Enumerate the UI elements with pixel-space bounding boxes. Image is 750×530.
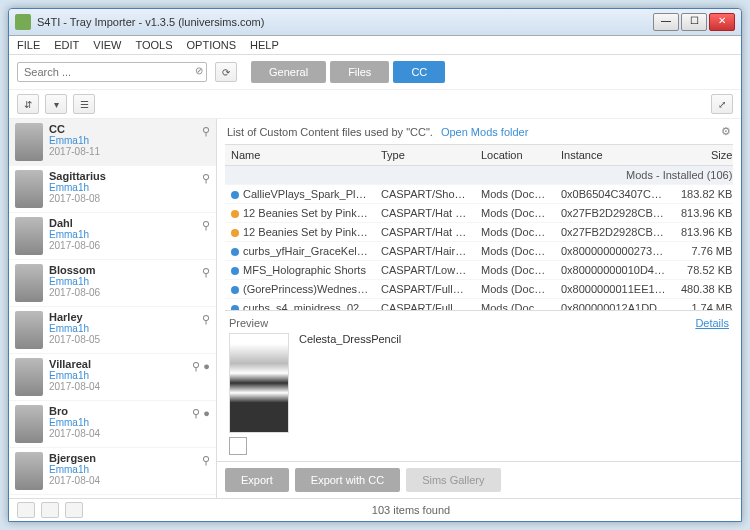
sidebar-item-date: 2017-08-11 [49,146,210,157]
table-row[interactable]: 12 Beanies Set by Pinkzombie CASPART/Hat… [225,223,733,242]
filter-icon[interactable]: ▾ [45,94,67,114]
sort-az-icon[interactable]: ⇵ [17,94,39,114]
sidebar-item-date: 2017-08-05 [49,334,210,345]
table-row[interactable]: (GorePrincess)WednesdayDress CASPART/Ful… [225,280,733,299]
status-icon-2[interactable] [41,502,59,518]
sidebar-item-title: Dahl [49,217,210,229]
menu-view[interactable]: VIEW [93,39,121,51]
sidebar-item-date: 2017-08-08 [49,193,210,204]
menu-tools[interactable]: TOOLS [135,39,172,51]
status-icon-1[interactable] [17,502,35,518]
sims-gallery-button[interactable]: Sims Gallery [406,468,500,492]
table-row[interactable]: MFS_Holographic Shorts CASPART/LowerBo..… [225,261,733,280]
status-count: 103 items found [89,504,733,516]
sidebar-item-user: Emma1h [49,370,210,381]
col-name[interactable]: Name [225,145,375,166]
top-toolbar: ⊘ ⟳ General Files CC [9,55,741,90]
status-dot-icon [231,210,239,218]
sidebar-item-date: 2017-08-06 [49,240,210,251]
sidebar-item-flags: ⚲ [202,219,210,232]
avatar [15,405,43,443]
sidebar-item-user: Emma1h [49,276,210,287]
sidebar-item-flags: ⚲ [202,172,210,185]
sidebar-item-title: Bjergsen [49,452,210,464]
tab-cc[interactable]: CC [393,61,445,83]
col-location[interactable]: Location [475,145,555,166]
titlebar[interactable]: S4TI - Tray Importer - v1.3.5 (luniversi… [9,9,741,36]
sidebar-item[interactable]: Bjergsen Emma1h 2017-08-04 ⚲ [9,448,216,495]
cc-table[interactable]: Name Type Location Instance Size Mods - … [225,144,733,310]
table-row[interactable]: curbs_yfHair_GraceKelly01 CASPART/Hair (… [225,242,733,261]
sidebar-item[interactable]: Blossom Emma1h 2017-08-06 ⚲ [9,260,216,307]
sidebar-item-flags: ⚲ [202,266,210,279]
statusbar: 103 items found [9,498,741,521]
view-icon[interactable]: ☰ [73,94,95,114]
minimize-button[interactable]: — [653,13,679,31]
status-dot-icon [231,229,239,237]
search-clear-icon[interactable]: ⊘ [195,65,203,76]
sidebar-item-user: Emma1h [49,417,210,428]
sidebar-item-user: Emma1h [49,135,210,146]
sidebar-item[interactable]: Villareal [9,495,216,498]
list-description: List of Custom Content files used by "CC… [227,126,433,138]
preview-panel: Preview Details Celesta_DressPencil [225,310,733,461]
col-type[interactable]: Type [375,145,475,166]
menu-help[interactable]: HELP [250,39,279,51]
group-header[interactable]: Mods - Installed (106) [225,166,733,185]
avatar [15,311,43,349]
sidebar-item-date: 2017-08-06 [49,287,210,298]
color-swatch[interactable] [229,437,247,455]
preview-label: Preview [229,317,268,329]
sidebar-item[interactable]: Dahl Emma1h 2017-08-06 ⚲ [9,213,216,260]
maximize-button[interactable]: ☐ [681,13,707,31]
menubar: FILE EDIT VIEW TOOLS OPTIONS HELP [9,36,741,55]
status-icon-3[interactable] [65,502,83,518]
sidebar-item[interactable]: Bro Emma1h 2017-08-04 ⚲ ● [9,401,216,448]
sidebar-item-flags: ⚲ [202,125,210,138]
sidebar-item-date: 2017-08-04 [49,428,210,439]
col-instance[interactable]: Instance [555,145,675,166]
status-dot-icon [231,191,239,199]
avatar [15,452,43,490]
main-panel: List of Custom Content files used by "CC… [217,119,741,498]
menu-options[interactable]: OPTIONS [187,39,237,51]
sidebar-item[interactable]: Villareal Emma1h 2017-08-04 ⚲ ● [9,354,216,401]
close-button[interactable]: ✕ [709,13,735,31]
status-dot-icon [231,267,239,275]
table-row[interactable]: 12 Beanies Set by Pinkzombie (1) CASPART… [225,204,733,223]
sidebar-item-date: 2017-08-04 [49,381,210,392]
avatar [15,358,43,396]
sidebar-item-title: Harley [49,311,210,323]
export-with-cc-button[interactable]: Export with CC [295,468,400,492]
tab-files[interactable]: Files [330,61,389,83]
sidebar-item-flags: ⚲ ● [192,407,210,420]
app-icon [15,14,31,30]
sidebar-item-title: Villareal [49,358,210,370]
details-link[interactable]: Details [695,317,729,329]
tab-general[interactable]: General [251,61,326,83]
sidebar: CC Emma1h 2017-08-11 ⚲ Sagittarius Emma1… [9,119,217,498]
avatar [15,170,43,208]
table-row[interactable]: curbs_s4_minidress_02 CASPART/FullBody..… [225,299,733,311]
sidebar-item[interactable]: Harley Emma1h 2017-08-05 ⚲ [9,307,216,354]
status-dot-icon [231,248,239,256]
open-mods-folder-link[interactable]: Open Mods folder [441,126,528,138]
menu-file[interactable]: FILE [17,39,40,51]
gear-icon[interactable]: ⚙ [721,125,731,138]
preview-item-name: Celesta_DressPencil [299,333,401,455]
refresh-icon[interactable]: ⟳ [215,62,237,82]
preview-thumbnail[interactable] [229,333,289,433]
sidebar-item[interactable]: CC Emma1h 2017-08-11 ⚲ [9,119,216,166]
sidebar-item-user: Emma1h [49,464,210,475]
export-button[interactable]: Export [225,468,289,492]
sidebar-item-user: Emma1h [49,323,210,334]
menu-edit[interactable]: EDIT [54,39,79,51]
expand-icon[interactable]: ⤢ [711,94,733,114]
table-row[interactable]: CallieVPlays_Spark_Platform_b... CASPART… [225,185,733,204]
search-input[interactable] [17,62,207,82]
col-size[interactable]: Size [675,145,733,166]
window-title: S4TI - Tray Importer - v1.3.5 (luniversi… [37,16,653,28]
sidebar-item-title: Blossom [49,264,210,276]
sidebar-item-title: Bro [49,405,210,417]
sidebar-item[interactable]: Sagittarius Emma1h 2017-08-08 ⚲ [9,166,216,213]
